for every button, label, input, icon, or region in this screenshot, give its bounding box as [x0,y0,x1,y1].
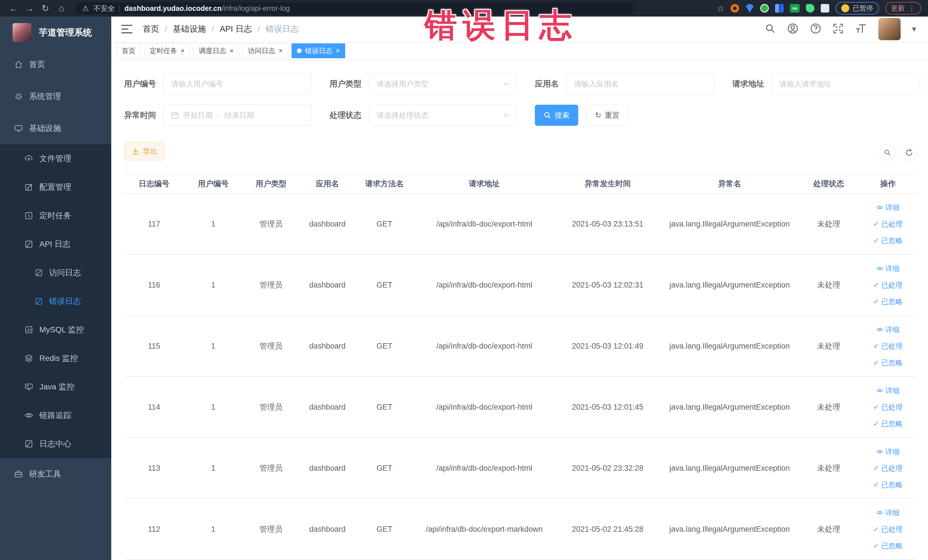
mark-processed-link[interactable]: ✓ 已处理 [873,217,903,231]
url-path: /infra/log/api-error-log [222,4,290,12]
detail-link[interactable]: 详细 [876,200,900,215]
tag-schedule-log[interactable]: 调度日志× [194,43,239,58]
profile-paused-badge[interactable]: 已暂停 [836,2,879,15]
mark-ignored-link[interactable]: ✓ 已忽略 [873,477,903,492]
browser-reload-icon[interactable]: ↻ [39,3,52,14]
extensions-puzzle-icon[interactable] [821,4,829,12]
refresh-button[interactable] [901,145,917,160]
app-name-input[interactable]: 请输入应用名 [566,73,714,95]
hamburger-icon[interactable] [121,24,133,34]
close-icon[interactable]: × [180,47,185,54]
download-icon [132,148,139,155]
close-icon[interactable]: × [336,47,340,54]
breadcrumb-api-log[interactable]: API 日志 [220,23,252,35]
layers-icon [24,354,33,363]
sidebar-item-error-log[interactable]: 错误日志 [0,287,111,316]
mark-ignored-link[interactable]: ✓ 已忽略 [873,294,903,309]
browser-home-icon[interactable]: ⌂ [55,3,68,14]
tag-access-log[interactable]: 访问日志× [243,43,288,58]
extension-shield-icon[interactable] [745,4,754,12]
chart-icon [24,325,33,334]
fullscreen-icon[interactable] [833,23,844,35]
timer-icon [24,211,33,220]
exception-time-range-input[interactable]: 开始日期 - 结束日期 [163,105,312,126]
sidebar-item-file-management[interactable]: 文件管理 [0,144,111,173]
not-secure-label[interactable]: 不安全 [93,4,114,13]
breadcrumb-home[interactable]: 首页 [143,23,159,35]
tag-scheduled-jobs[interactable]: 定时任务× [144,43,190,58]
cell-log-id: 114 [124,377,184,438]
extension-on-badge-icon[interactable]: on [790,4,800,12]
sidebar-logo[interactable]: 芋道管理系统 [0,17,111,49]
search-icon[interactable] [765,23,776,35]
col-request-url: 请求地址 [414,174,555,194]
sidebar-item-log-center[interactable]: 日志中心 [0,430,111,458]
sidebar-item-mysql-monitor[interactable]: MySQL 监控 [0,316,111,344]
close-icon[interactable]: × [230,47,234,54]
caret-down-icon[interactable]: ▾ [912,24,916,34]
help-icon[interactable] [810,23,821,35]
mark-ignored-link[interactable]: ✓ 已忽略 [873,233,903,248]
mark-processed-link[interactable]: ✓ 已处理 [873,522,903,537]
extension-leaf-icon[interactable] [806,4,815,12]
sidebar-item-scheduled-jobs[interactable]: 定时任务 [0,201,111,230]
toolbox-icon [14,470,23,478]
tag-error-log[interactable]: 错误日志× [292,43,345,58]
detail-link[interactable]: 详细 [876,505,900,520]
search-button[interactable]: 搜索 [535,105,578,126]
sidebar-item-infrastructure[interactable]: 基础设施 [0,112,111,144]
document-edit-icon [35,269,43,277]
toggle-search-button[interactable] [879,145,896,160]
chevron-down-icon [503,82,510,86]
monitor-icon [14,124,23,133]
mark-ignored-link[interactable]: ✓ 已忽略 [873,355,903,370]
mark-processed-link[interactable]: ✓ 已处理 [873,400,903,415]
sidebar-item-trace[interactable]: 链路追踪 [0,401,111,430]
browser-forward-icon[interactable]: → [23,3,36,14]
chevron-up-icon [93,242,101,246]
user-type-select[interactable]: 请选择用户类型 [369,73,517,95]
sidebar-item-config-management[interactable]: 配置管理 [0,173,111,201]
breadcrumb-infrastructure[interactable]: 基础设施 [173,23,206,35]
browser-menu-icon[interactable]: ⋮ [908,4,916,13]
detail-link[interactable]: 详细 [876,261,900,276]
edit-icon [24,183,33,191]
not-secure-warning-icon: ⚠ [82,4,89,13]
bookmark-star-icon[interactable]: ☆ [717,3,724,14]
sidebar-item-java-monitor[interactable]: Java 监控 [0,372,111,401]
mark-processed-link[interactable]: ✓ 已处理 [873,278,903,292]
user-id-input[interactable]: 请输入用户编号 [163,73,312,95]
mark-ignored-link[interactable]: ✓ 已忽略 [873,416,903,431]
avatar[interactable] [878,18,901,40]
mark-processed-link[interactable]: ✓ 已处理 [873,461,903,476]
request-url-input[interactable]: 请输入请求地址 [772,73,920,95]
sidebar-item-dev-tools[interactable]: 研发工具 [0,458,111,490]
extension-icon[interactable] [731,4,739,12]
cell-status: 未处理 [799,194,859,255]
mark-processed-link[interactable]: ✓ 已处理 [873,339,903,354]
mark-ignored-link[interactable]: ✓ 已忽略 [873,538,903,553]
sidebar-item-access-log[interactable]: 访问日志 [0,258,111,287]
cell-user-type: 管理员 [243,377,299,438]
sidebar-item-redis-monitor[interactable]: Redis 监控 [0,344,111,372]
detail-link[interactable]: 详细 [876,383,900,398]
process-status-select[interactable]: 请选择处理状态 [369,105,517,126]
export-button[interactable]: 导出 [124,142,165,160]
extension-grid-icon[interactable] [775,4,784,12]
github-icon[interactable] [787,23,798,35]
reset-button[interactable]: ↻ 重置 [586,105,629,126]
breadcrumb: 首页 / 基础设施 / API 日志 / 错误日志 [143,23,299,35]
detail-link[interactable]: 详细 [876,322,900,337]
detail-link[interactable]: 详细 [876,444,900,459]
close-icon[interactable]: × [279,47,283,54]
browser-back-icon[interactable]: ← [7,3,20,14]
eye-icon [876,327,883,332]
tag-home[interactable]: 首页 [116,43,141,58]
sidebar-item-system[interactable]: 系统管理 [0,81,111,112]
browser-update-button[interactable]: 更新 ⋮ [885,2,921,15]
extension-check-icon[interactable] [760,4,769,12]
cell-status: 未处理 [799,255,859,316]
sidebar-item-home[interactable]: 首页 [0,49,111,81]
font-size-icon[interactable] [855,23,867,35]
sidebar-item-api-log[interactable]: API 日志 [0,230,111,258]
